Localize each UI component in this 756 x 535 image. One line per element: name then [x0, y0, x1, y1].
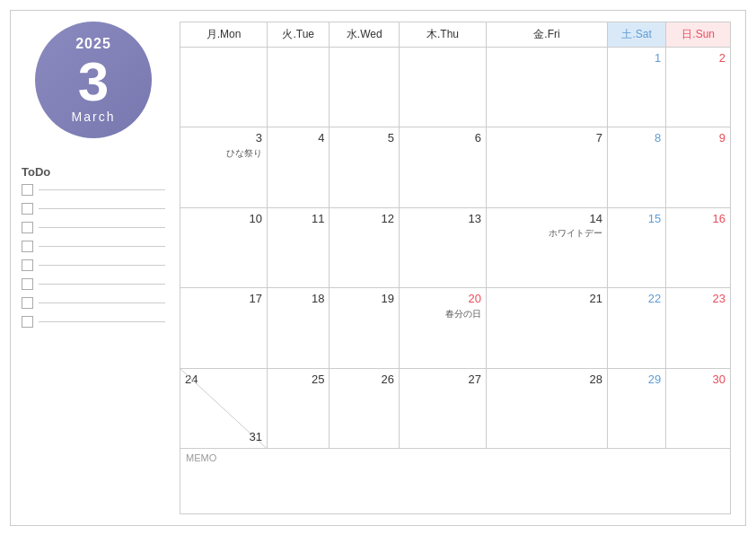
todo-line-4 [39, 246, 165, 247]
calendar-cell-r5-c6: 29 [607, 368, 665, 449]
day-note-20: 春分の日 [404, 308, 481, 320]
todo-checkbox-7[interactable] [22, 297, 33, 309]
day-number-8: 8 [612, 131, 661, 145]
calendar-cell-r1-c2 [267, 47, 330, 127]
day-number-12: 12 [334, 212, 394, 226]
memo-cell: MEMO [180, 449, 731, 513]
day-number-2: 2 [671, 51, 725, 66]
calendar-cell-r5-c4: 27 [400, 368, 487, 449]
memo-row: MEMO [180, 449, 731, 513]
calendar-cell-r2-c3: 5 [330, 127, 400, 208]
calendar-cell-r4-c7: 23 [666, 288, 731, 369]
todo-line-6 [39, 284, 165, 285]
calendar-cell-r1-c7: 2 [666, 47, 731, 127]
day-number-19: 19 [334, 292, 394, 306]
todo-section: ToDo [22, 165, 165, 335]
day-number-17: 17 [185, 292, 262, 306]
calendar-row-5: 2431252627282930 [180, 368, 731, 449]
todo-item-1 [22, 184, 165, 196]
calendar-cell-r5-c2: 25 [267, 368, 330, 449]
calendar-row-2: 3ひな祭り456789 [180, 127, 731, 208]
todo-line-7 [39, 303, 165, 303]
day-number-14: 14 [491, 212, 602, 226]
calendar-cell-r4-c4: 20春分の日 [400, 288, 487, 369]
day-number-27: 27 [404, 373, 481, 387]
calendar-cell-r3-c3: 12 [330, 207, 400, 288]
calendar-cell-r3-c5: 14ホワイトデー [487, 207, 608, 288]
todo-checkbox-6[interactable] [22, 278, 33, 290]
calendar-cell-r2-c4: 6 [400, 127, 487, 208]
calendar-cell-r2-c6: 8 [607, 127, 665, 208]
day-number-6: 6 [404, 131, 481, 145]
calendar-panel: 月.Mon 火.Tue 水.Wed 木.Thu 金.Fri 土.Sat 日.Su… [180, 22, 731, 514]
day-note-3: ひな祭り [185, 147, 262, 160]
day-number-15: 15 [612, 212, 661, 226]
todo-item-2 [22, 203, 165, 215]
calendar-cell-r2-c2: 4 [267, 127, 330, 208]
todo-checkbox-4[interactable] [22, 241, 33, 252]
month-badge: 2025 3 March [35, 22, 152, 138]
day-number-22: 22 [612, 292, 661, 306]
day-number-23: 23 [671, 292, 725, 306]
day-number-29: 29 [612, 373, 661, 387]
calendar-cell-r3-c6: 15 [607, 207, 665, 288]
day-number-30: 30 [671, 373, 725, 387]
month-number: 3 [78, 54, 109, 110]
day-number-4: 4 [272, 131, 325, 145]
header-sat: 土.Sat [607, 22, 665, 47]
day-number-10: 10 [185, 212, 262, 226]
calendar-cell-r5-c7: 30 [666, 368, 731, 449]
calendar-cell-r4-c6: 22 [607, 288, 665, 369]
todo-checkbox-2[interactable] [22, 203, 33, 215]
calendar-cell-r5-c1: 2431 [180, 368, 268, 449]
todo-item-4 [22, 241, 165, 252]
day-number-13: 13 [404, 212, 481, 226]
todo-item-7 [22, 297, 165, 309]
day-number-26: 26 [334, 373, 394, 387]
calendar-cell-r2-c7: 9 [666, 127, 731, 208]
calendar-cell-r1-c6: 1 [607, 47, 665, 127]
todo-line-8 [39, 321, 165, 322]
header-fri: 金.Fri [487, 22, 608, 47]
day-number-25: 25 [272, 373, 325, 387]
month-name: March [72, 110, 116, 124]
todo-item-6 [22, 278, 165, 290]
calendar-cell-r2-c1: 3ひな祭り [180, 127, 268, 208]
day-number-1: 1 [612, 51, 661, 66]
day-note-14: ホワイトデー [491, 227, 602, 240]
calendar-row-1: 12 [180, 47, 731, 127]
left-panel: 2025 3 March ToDo [22, 22, 165, 514]
calendar-row-3: 1011121314ホワイトデー1516 [180, 207, 731, 288]
header-thu: 木.Thu [400, 22, 487, 47]
calendar-cell-r1-c3 [330, 47, 400, 127]
year-label: 2025 [75, 36, 111, 52]
header-wed: 水.Wed [330, 22, 400, 47]
calendar-cell-r5-c3: 26 [330, 368, 400, 449]
calendar-cell-r4-c2: 18 [267, 288, 330, 369]
todo-checkbox-8[interactable] [22, 316, 33, 328]
day-number-28: 28 [491, 373, 602, 387]
calendar-cell-r3-c7: 16 [666, 207, 731, 288]
todo-checkbox-3[interactable] [22, 222, 33, 233]
day-number-18: 18 [272, 292, 325, 306]
todo-checkbox-1[interactable] [22, 184, 33, 196]
day-number-7: 7 [491, 131, 602, 145]
calendar-cell-r2-c5: 7 [487, 127, 608, 208]
day-number-21: 21 [491, 292, 602, 306]
calendar-cell-r1-c1 [180, 47, 268, 127]
todo-title: ToDo [22, 165, 165, 179]
calendar-cell-r4-c1: 17 [180, 288, 268, 369]
calendar-row-4: 17181920春分の日212223 [180, 288, 731, 369]
day-number-20: 20 [404, 292, 481, 306]
day-number-11: 11 [272, 212, 325, 226]
day-number-5: 5 [334, 131, 394, 145]
header-tue: 火.Tue [267, 22, 330, 47]
calendar-cell-r1-c4 [400, 47, 487, 127]
calendar-cell-r3-c2: 11 [267, 207, 330, 288]
todo-item-5 [22, 259, 165, 271]
todo-line-5 [39, 265, 165, 266]
calendar-cell-r3-c4: 13 [400, 207, 487, 288]
todo-checkbox-5[interactable] [22, 259, 33, 271]
todo-line-1 [39, 189, 165, 190]
calendar-cell-r3-c1: 10 [180, 207, 268, 288]
